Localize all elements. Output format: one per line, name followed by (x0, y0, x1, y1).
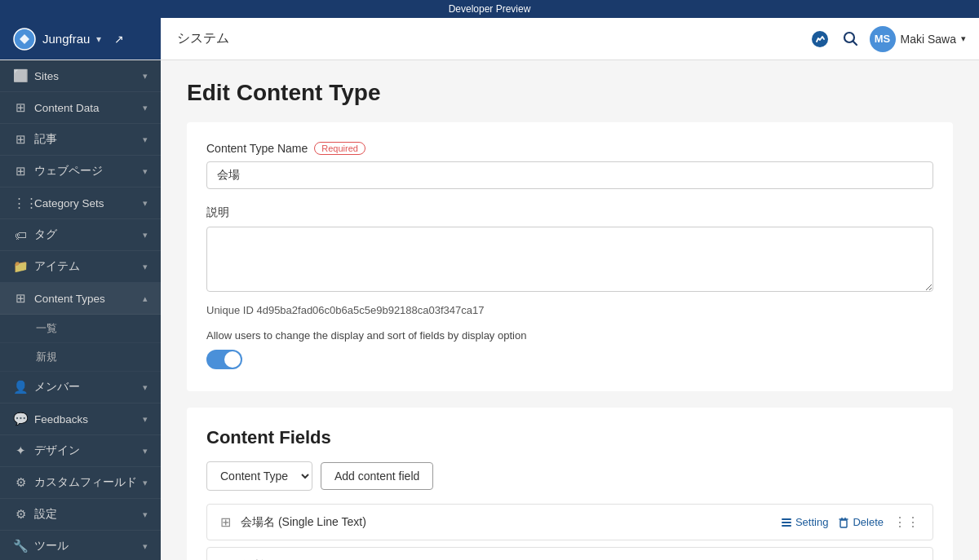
sub-item-label: 一覧 (36, 322, 57, 334)
sidebar-item-label: Content Types (34, 293, 105, 305)
custom-fields-icon: ⚙ (13, 475, 28, 490)
content-type-select[interactable]: Content Type (206, 461, 312, 491)
content-type-name-input[interactable] (206, 161, 933, 189)
trash-icon (838, 517, 849, 528)
sidebar-item-articles[interactable]: ⊞ 記事 ▾ (0, 124, 161, 156)
sidebar-item-content-data[interactable]: ⊞ Content Data ▾ (0, 92, 161, 124)
developer-preview-bar: Developer Preview (0, 0, 979, 18)
user-dropdown-icon: ▾ (961, 33, 966, 44)
tools-icon: 🔧 (13, 539, 28, 553)
chevron-down-icon: ▾ (143, 134, 148, 145)
toggle-section: Allow users to change the display and so… (206, 329, 933, 372)
avatar-initials: MS (875, 33, 891, 45)
setting-icon (781, 517, 792, 528)
sidebar-item-feedbacks[interactable]: 💬 Feedbacks ▾ (0, 403, 161, 435)
articles-icon: ⊞ (13, 132, 28, 147)
design-icon: ✦ (13, 443, 28, 458)
name-field-label: Content Type Name Required (206, 142, 933, 155)
sidebar-item-settings[interactable]: ⚙ 設定 ▾ (0, 499, 161, 531)
search-icon-button[interactable] (839, 27, 863, 51)
sidebar-item-label: ツール (34, 539, 69, 553)
svg-rect-6 (782, 525, 791, 527)
header-nav-text: システム (161, 30, 808, 47)
sidebar-item-label: Category Sets (34, 197, 104, 209)
chevron-down-icon: ▾ (143, 103, 148, 113)
content-data-icon: ⊞ (13, 100, 28, 115)
content-fields-title: Content Fields (206, 427, 933, 448)
items-icon: 📁 (13, 259, 28, 274)
unique-id-value: 4d95ba2fad06c0b6a5c5e9b92188ca03f347ca17 (256, 304, 484, 316)
chevron-down-icon: ▾ (143, 478, 148, 488)
sidebar-item-design[interactable]: ✦ デザイン ▾ (0, 435, 161, 467)
chevron-down-icon: ▾ (143, 509, 148, 520)
sidebar-item-custom-fields[interactable]: ⚙ カスタムフィールド ▾ (0, 467, 161, 499)
content-area: Edit Content Type Content Type Name Requ… (161, 60, 979, 560)
sidebar-item-members[interactable]: 👤 メンバー ▾ (0, 372, 161, 403)
sidebar-sub-item-new[interactable]: 新規 (0, 343, 161, 372)
sidebar-item-label: Content Data (34, 102, 100, 114)
chevron-down-icon: ▾ (143, 262, 148, 272)
required-badge: Required (314, 142, 365, 155)
svg-rect-5 (782, 522, 791, 523)
chevron-down-icon: ▾ (143, 541, 148, 552)
field-setting-button[interactable]: Setting (781, 516, 828, 528)
chevron-down-icon: ▾ (143, 414, 148, 425)
feedbacks-icon: 💬 (13, 412, 28, 426)
field-type-icon: ⊞ (220, 514, 231, 530)
top-bar-label: Developer Preview (449, 3, 531, 15)
category-sets-icon: ⋮⋮ (13, 196, 28, 210)
analytics-icon-button[interactable] (808, 27, 832, 51)
header: Jungfrau ▾ ↗ システム MS Maki Sawa ▾ (0, 18, 979, 60)
field-row-actions: Setting Delete ⋮⋮ (781, 514, 919, 530)
content-types-icon: ⊞ (13, 291, 28, 306)
members-icon: 👤 (13, 380, 28, 395)
field-row: ⊞ 住所 (Single Line Text) Setting (206, 547, 933, 560)
sidebar-item-label: 記事 (34, 132, 57, 147)
webpages-icon: ⊞ (13, 164, 28, 179)
sidebar-item-tags[interactable]: 🏷 タグ ▾ (0, 219, 161, 251)
sidebar-item-label: メンバー (34, 380, 80, 395)
user-menu[interactable]: MS Maki Sawa ▾ (870, 26, 966, 52)
sidebar-item-category-sets[interactable]: ⋮⋮ Category Sets ▾ (0, 187, 161, 219)
main-layout: ⬜ Sites ▾ ⊞ Content Data ▾ ⊞ 記事 ▾ ⊞ ウェブペ… (0, 60, 979, 560)
chevron-down-icon: ▾ (143, 166, 148, 177)
sidebar-item-webpages[interactable]: ⊞ ウェブページ ▾ (0, 156, 161, 187)
sidebar-item-items[interactable]: 📁 アイテム ▾ (0, 251, 161, 283)
fields-toolbar: Content Type Add content field (206, 461, 933, 491)
display-sort-toggle[interactable] (206, 350, 242, 369)
add-content-field-button[interactable]: Add content field (321, 462, 433, 490)
header-actions: MS Maki Sawa ▾ (808, 26, 979, 52)
chevron-down-icon: ▾ (143, 71, 148, 82)
sub-item-label: 新規 (36, 351, 57, 363)
external-link-icon[interactable]: ↗ (114, 33, 124, 46)
analytics-icon (811, 30, 829, 48)
search-icon (842, 30, 860, 48)
unique-id-row: Unique ID 4d95ba2fad06c0b6a5c5e9b92188ca… (206, 304, 933, 316)
tags-icon: 🏷 (13, 228, 28, 242)
user-name: Maki Sawa (901, 33, 956, 46)
sidebar-item-sites[interactable]: ⬜ Sites ▾ (0, 60, 161, 92)
sidebar-item-label: Feedbacks (34, 413, 88, 426)
chevron-down-icon: ▾ (143, 198, 148, 209)
field-delete-button[interactable]: Delete (838, 516, 884, 528)
app-logo-icon (13, 28, 36, 51)
logo-dropdown-icon[interactable]: ▾ (96, 33, 101, 45)
sidebar-item-tools[interactable]: 🔧 ツール ▾ (0, 531, 161, 560)
header-logo[interactable]: Jungfrau ▾ ↗ (0, 18, 161, 60)
sidebar-item-label: カスタムフィールド (34, 475, 137, 490)
chevron-up-icon: ▴ (143, 293, 148, 304)
sidebar-item-label: デザイン (34, 443, 80, 458)
chevron-down-icon: ▾ (143, 446, 148, 456)
settings-icon: ⚙ (13, 507, 28, 522)
description-textarea[interactable] (206, 227, 933, 292)
sites-icon: ⬜ (13, 68, 28, 83)
drag-handle-icon[interactable]: ⋮⋮ (893, 514, 919, 530)
field-name: 会場名 (Single Line Text) (241, 515, 781, 530)
field-row: ⊞ 会場名 (Single Line Text) Setting (206, 504, 933, 540)
sidebar-sub-item-list[interactable]: 一覧 (0, 315, 161, 343)
chevron-down-icon: ▾ (143, 230, 148, 240)
svg-rect-7 (840, 520, 847, 527)
chevron-down-icon: ▾ (143, 382, 148, 393)
sidebar-item-label: アイテム (34, 259, 80, 274)
sidebar-item-content-types[interactable]: ⊞ Content Types ▴ (0, 283, 161, 315)
